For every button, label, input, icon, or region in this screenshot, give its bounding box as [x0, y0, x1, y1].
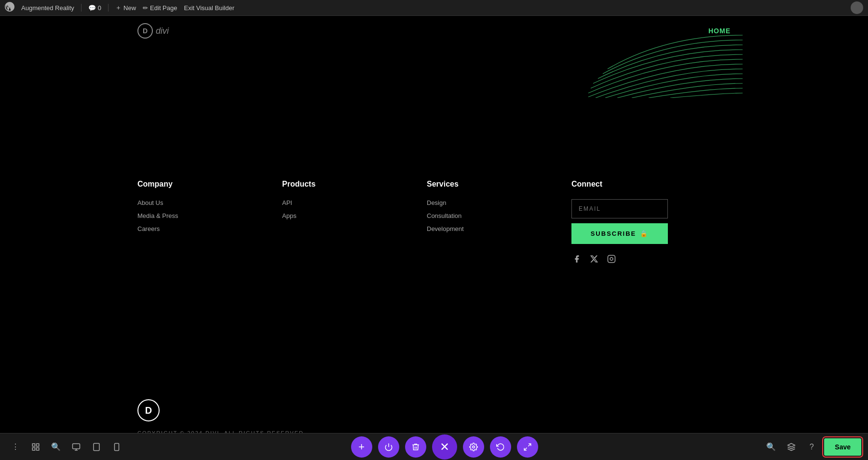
- new-button[interactable]: ＋ New: [115, 3, 136, 12]
- undo-button[interactable]: [490, 436, 511, 458]
- zoom-button[interactable]: 🔍: [763, 439, 779, 455]
- instagram-icon[interactable]: [607, 255, 616, 265]
- power-button[interactable]: [378, 436, 399, 458]
- about-us-link[interactable]: About Us: [137, 199, 282, 206]
- products-heading: Products: [282, 180, 427, 189]
- desktop-view-button[interactable]: [68, 438, 85, 456]
- svg-point-11: [472, 446, 475, 448]
- layers-button[interactable]: [784, 439, 799, 455]
- products-column: Products API Apps: [282, 180, 427, 265]
- svg-rect-2: [32, 444, 35, 446]
- main-content: D divi HOME: [0, 16, 868, 460]
- svg-rect-0: [608, 256, 615, 263]
- products-links: API Apps: [282, 199, 427, 219]
- media-press-link[interactable]: Media & Press: [137, 212, 282, 219]
- site-nav: HOME: [708, 27, 731, 35]
- add-content-button[interactable]: +: [351, 436, 372, 458]
- social-icons: [571, 255, 731, 265]
- bottom-toolbar: ⋮ 🔍 + ✕ 🔍: [0, 433, 868, 460]
- connect-column: Connect SUBSCRIBE 🔒: [571, 180, 731, 265]
- company-links: About Us Media & Press Careers: [137, 199, 282, 232]
- search-button[interactable]: 🔍: [47, 438, 65, 456]
- resize-button[interactable]: [517, 436, 538, 458]
- footer-area: Company About Us Media & Press Careers P…: [0, 161, 868, 460]
- toolbar-center: + ✕: [132, 434, 757, 460]
- admin-bar: Augmented Reality 💬 0 ＋ New ✏ Edit Page …: [0, 0, 868, 16]
- comments-link[interactable]: 💬 0: [88, 4, 101, 12]
- services-heading: Services: [427, 180, 571, 189]
- design-link[interactable]: Design: [427, 199, 571, 206]
- site-name[interactable]: Augmented Reality: [21, 4, 74, 12]
- careers-link[interactable]: Careers: [137, 225, 282, 232]
- settings-dots-button[interactable]: ⋮: [7, 438, 24, 456]
- modules-grid-button[interactable]: [27, 438, 44, 456]
- api-link[interactable]: API: [282, 199, 427, 206]
- save-button[interactable]: Save: [824, 438, 861, 456]
- help-button[interactable]: ?: [804, 439, 819, 455]
- nav-home-link[interactable]: HOME: [708, 27, 731, 35]
- svg-rect-5: [37, 447, 39, 450]
- divi-logo-circle: D: [137, 23, 153, 39]
- site-header: D divi HOME: [0, 16, 868, 46]
- plus-icon: ＋: [115, 3, 122, 12]
- services-links: Design Consultation Development: [427, 199, 571, 232]
- gear-button[interactable]: [463, 436, 484, 458]
- divi-logo-text: divi: [156, 26, 169, 36]
- comments-count: 0: [98, 4, 101, 12]
- subscribe-button[interactable]: SUBSCRIBE 🔒: [571, 223, 668, 244]
- svg-rect-3: [37, 444, 39, 446]
- toolbar-left: ⋮ 🔍: [0, 438, 132, 456]
- tablet-view-button[interactable]: [88, 438, 105, 456]
- footer-columns: Company About Us Media & Press Careers P…: [137, 161, 731, 284]
- connect-heading: Connect: [571, 180, 731, 189]
- edit-page-button[interactable]: ✏ Edit Page: [143, 4, 177, 12]
- svg-rect-6: [73, 444, 80, 449]
- twitter-x-icon[interactable]: [590, 255, 598, 265]
- development-link[interactable]: Development: [427, 225, 571, 232]
- company-heading: Company: [137, 180, 282, 189]
- facebook-icon[interactable]: [572, 255, 581, 265]
- services-column: Services Design Consultation Development: [427, 180, 571, 265]
- email-input[interactable]: [571, 199, 668, 218]
- user-avatar: [851, 1, 863, 14]
- admin-bar-right: [851, 1, 863, 14]
- svg-rect-9: [115, 443, 119, 450]
- close-button[interactable]: ✕: [432, 434, 457, 460]
- separator2: [108, 4, 108, 12]
- footer-bottom: D COPYRIGHT © 2024 DIVI. ALL RIGHTS RESE…: [137, 399, 731, 436]
- delete-button[interactable]: [405, 436, 426, 458]
- divi-logo: D divi: [137, 23, 169, 39]
- toolbar-right: 🔍 ? Save: [757, 438, 868, 456]
- svg-rect-4: [32, 447, 35, 450]
- apps-link[interactable]: Apps: [282, 212, 427, 219]
- svg-marker-14: [788, 443, 795, 447]
- wordpress-logo-icon: [5, 2, 14, 14]
- svg-line-13: [524, 447, 527, 450]
- lock-icon: 🔒: [640, 230, 649, 237]
- separator: [81, 4, 81, 12]
- svg-line-12: [528, 444, 530, 446]
- consultation-link[interactable]: Consultation: [427, 212, 571, 219]
- pencil-icon: ✏: [143, 4, 148, 12]
- mobile-view-button[interactable]: [108, 438, 125, 456]
- exit-visual-builder-button[interactable]: Exit Visual Builder: [184, 4, 234, 12]
- svg-rect-7: [94, 443, 99, 450]
- divi-logo-bottom: D: [137, 399, 160, 421]
- company-column: Company About Us Media & Press Careers: [137, 180, 282, 265]
- comment-icon: 💬: [88, 4, 96, 12]
